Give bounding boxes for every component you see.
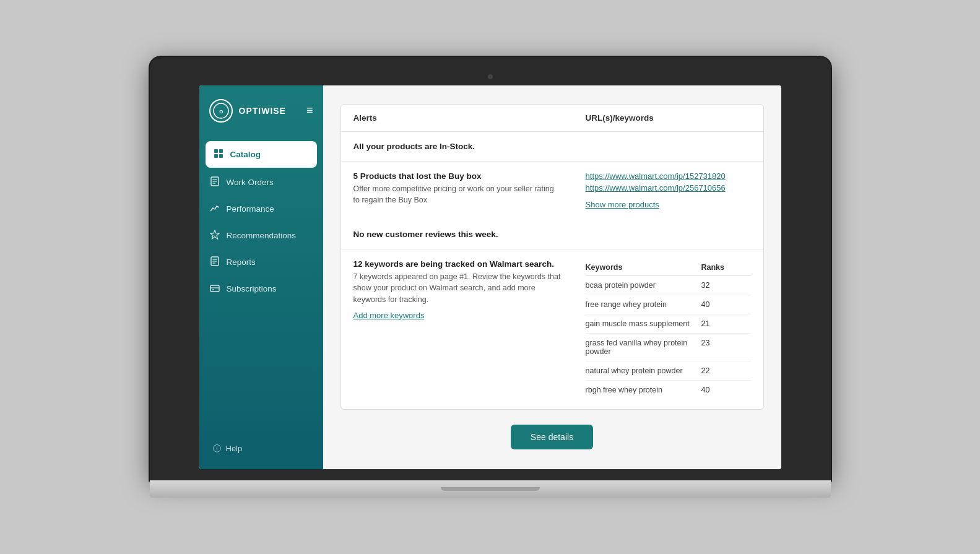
show-more-products-link[interactable]: Show more products [586, 200, 659, 209]
sidebar-label-recommendations: Recommendations [227, 231, 297, 240]
camera [488, 74, 493, 79]
keyword-text: free range whey protein [586, 300, 701, 309]
svg-rect-3 [219, 149, 223, 153]
col-alerts-header: Alerts [341, 105, 573, 132]
keywords-table-header: Keywords Ranks [586, 259, 751, 276]
keyword-rank: 40 [701, 386, 751, 394]
touchpad-notch [441, 487, 540, 491]
keyword-rank: 21 [701, 319, 751, 328]
hamburger-icon[interactable]: ≡ [306, 104, 313, 117]
screen: O OPTIWISE ≡ Catalog Work Orders Perform… [199, 85, 781, 469]
sidebar-logo: O OPTIWISE ≡ [199, 85, 323, 135]
svg-rect-2 [214, 149, 218, 153]
alert-row-buy-box: 5 Products that lost the Buy box Offer m… [341, 161, 763, 220]
sidebar-footer: ⓘ Help [199, 428, 323, 469]
sidebar-label-work-orders: Work Orders [227, 178, 274, 187]
svg-text:O: O [219, 109, 223, 115]
sidebar-item-catalog[interactable]: Catalog [206, 141, 317, 168]
svg-rect-15 [210, 285, 219, 292]
catalog-icon [213, 149, 224, 160]
keyword-rank: 22 [701, 366, 751, 375]
logo-icon: O [209, 99, 233, 123]
url-link[interactable]: https://www.walmart.com/ip/152731820 [586, 171, 751, 181]
sidebar-label-subscriptions: Subscriptions [227, 284, 277, 293]
sidebar-item-work-orders[interactable]: Work Orders [199, 169, 323, 196]
alert-title-in-stock: All your products are In-Stock. [341, 131, 763, 161]
keywords-col-header: Keywords [586, 263, 701, 272]
laptop-container: O OPTIWISE ≡ Catalog Work Orders Perform… [150, 57, 831, 498]
keyword-rank: 32 [701, 281, 751, 290]
keyword-text: natural whey protein powder [586, 366, 701, 375]
recommendations-icon [209, 230, 220, 241]
laptop-base [150, 480, 831, 498]
svg-rect-5 [219, 154, 223, 158]
svg-marker-10 [210, 230, 219, 239]
logo-text: OPTIWISE [239, 106, 286, 116]
keyword-rank: 40 [701, 300, 751, 309]
sidebar-label-catalog: Catalog [230, 150, 261, 159]
keyword-row: grass fed vanilla whey protein powder 23 [586, 334, 751, 361]
svg-rect-4 [214, 154, 218, 158]
keyword-text: grass fed vanilla whey protein powder [586, 339, 701, 356]
col-urls-header: URL(s)/keywords [573, 105, 763, 132]
sidebar-item-subscriptions[interactable]: Subscriptions [199, 275, 323, 302]
alert-title-keywords: 12 keywords are being tracked on Walmart… [353, 259, 561, 269]
alerts-table: Alerts URL(s)/keywords All your products… [341, 105, 763, 409]
sidebar: O OPTIWISE ≡ Catalog Work Orders Perform… [199, 85, 323, 469]
main-content: Alerts URL(s)/keywords All your products… [323, 85, 781, 469]
add-keywords-link[interactable]: Add more keywords [353, 311, 425, 320]
keyword-text: bcaa protein powder [586, 281, 701, 290]
performance-icon [209, 203, 220, 215]
alert-title-reviews: No new customer reviews this week. [341, 220, 763, 249]
subscriptions-icon [209, 283, 220, 295]
keyword-row: bcaa protein powder 32 [586, 276, 751, 295]
help-label: Help [226, 444, 243, 453]
keyword-rank: 23 [701, 339, 751, 347]
keyword-row: free range whey protein 40 [586, 295, 751, 314]
url-link[interactable]: https://www.walmart.com/ip/256710656 [586, 183, 751, 193]
alert-desc-keywords: 7 keywords appeared on page #1. Review t… [353, 271, 561, 306]
work-orders-icon [209, 176, 220, 188]
help-button[interactable]: ⓘ Help [209, 438, 313, 459]
sidebar-item-reports[interactable]: Reports [199, 249, 323, 275]
ranks-col-header: Ranks [701, 263, 751, 272]
sidebar-label-performance: Performance [227, 204, 274, 214]
sidebar-nav: Catalog Work Orders Performance Recommen… [199, 135, 323, 428]
help-icon: ⓘ [213, 443, 221, 454]
sidebar-item-performance[interactable]: Performance [199, 196, 323, 222]
keyword-text: gain muscle mass supplement [586, 319, 701, 328]
reports-icon [209, 256, 220, 268]
alert-title-buy-box: 5 Products that lost the Buy box [353, 171, 561, 181]
see-details-button[interactable]: See details [511, 425, 593, 449]
keyword-row: natural whey protein powder 22 [586, 361, 751, 381]
alert-row-keywords: 12 keywords are being tracked on Walmart… [341, 249, 763, 409]
alert-card: Alerts URL(s)/keywords All your products… [340, 104, 764, 410]
alert-row-in-stock: All your products are In-Stock. [341, 131, 763, 161]
screen-bezel: O OPTIWISE ≡ Catalog Work Orders Perform… [150, 57, 831, 480]
alert-desc-buy-box: Offer more competitive pricing or work o… [353, 183, 561, 207]
keyword-text: rbgh free whey protein [586, 386, 701, 394]
keyword-row: rbgh free whey protein 40 [586, 381, 751, 399]
alert-row-reviews: No new customer reviews this week. [341, 220, 763, 249]
sidebar-item-recommendations[interactable]: Recommendations [199, 222, 323, 249]
keyword-row: gain muscle mass supplement 21 [586, 314, 751, 334]
sidebar-label-reports: Reports [227, 258, 256, 267]
